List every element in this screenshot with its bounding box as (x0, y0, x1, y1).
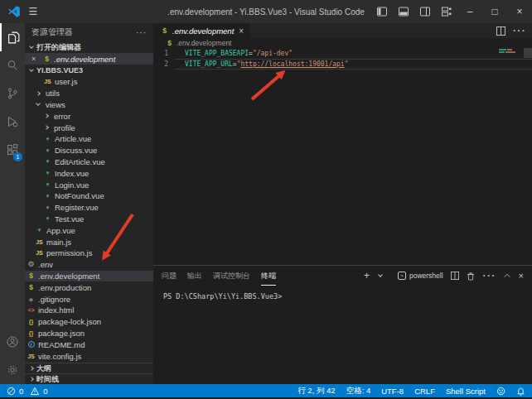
extensions-icon[interactable]: 1 (0, 136, 25, 164)
tree-item-label: App.vue (46, 226, 75, 235)
tree-item-label: permission.js (46, 248, 92, 257)
editor-more-actions-icon[interactable]: ··· (512, 23, 525, 38)
minimize-button[interactable]: – (457, 0, 482, 23)
split-terminal-icon[interactable] (451, 272, 459, 280)
source-control-icon[interactable] (0, 79, 25, 108)
activity-bar: 1 (0, 23, 25, 384)
tree-item-.env[interactable]: ⚙.env (25, 259, 153, 271)
code-line-1[interactable]: 1VITE_APP_BASEAPI="/api-dev" (153, 48, 532, 59)
settings-gear-icon[interactable] (0, 356, 25, 384)
editor-scrollbar[interactable] (524, 48, 532, 58)
tree-item-label: package-lock.json (38, 317, 101, 326)
tab-env-development[interactable]: $ .env.development × (153, 23, 250, 38)
menu-icon[interactable]: ☰ (26, 4, 41, 19)
cursor-position-status[interactable]: 行 2, 列 42 (297, 386, 335, 397)
tree-item-profile[interactable]: profile (25, 122, 153, 133)
js-file-icon: JS (35, 239, 44, 245)
accounts-icon[interactable] (0, 328, 25, 356)
tree-item-error[interactable]: error (25, 110, 153, 122)
explorer-title: 资源管理器 (31, 26, 73, 38)
code-line-2[interactable]: 2VITE_APP_URL="http://localhost:19001/ap… (153, 59, 532, 70)
eol-status[interactable]: CRLF (414, 387, 435, 396)
tree-item-label: README.md (38, 340, 85, 349)
maximize-button[interactable]: □ (482, 0, 507, 23)
explorer-more-actions-icon[interactable]: ··· (136, 28, 147, 37)
chevron-right-icon (36, 91, 41, 96)
tree-item-label: NotFound.vue (55, 191, 104, 200)
tree-item-Login.vue[interactable]: ▼Login.vue (25, 179, 153, 190)
tree-item-.gitignore[interactable]: ◆.gitignore (25, 293, 153, 305)
tree-item-label: utils (46, 89, 60, 98)
tab-bar: $ .env.development × ··· (153, 23, 532, 38)
indentation-status[interactable]: 空格: 4 (346, 386, 371, 397)
tree-item-App.vue[interactable]: ▼App.vue (25, 224, 153, 236)
terminal-instance[interactable]: > powershell (398, 272, 443, 280)
tree-item-Article.vue[interactable]: ▼Article.vue (25, 133, 153, 145)
tree-item-label: .gitignore (38, 295, 70, 304)
language-mode-status[interactable]: Shell Script (446, 387, 486, 396)
toggle-secondary-sidebar-icon[interactable] (414, 0, 436, 23)
close-button[interactable]: × (507, 0, 532, 23)
tree-item-package.json[interactable]: {}package.json (25, 328, 153, 339)
maximize-panel-icon[interactable] (503, 272, 511, 280)
tree-item-Index.vue[interactable]: ▼Index.vue (25, 167, 153, 179)
timeline-section[interactable]: 时间线 (25, 373, 153, 384)
new-terminal-icon[interactable]: + (364, 270, 370, 281)
toggle-primary-sidebar-icon[interactable] (371, 0, 393, 23)
tree-item-label: main.js (46, 238, 71, 247)
kill-terminal-icon[interactable] (467, 272, 475, 281)
tree-item-Test.vue[interactable]: ▼Test.vue (25, 214, 153, 225)
terminal-content[interactable]: PS D:\CSharp\Yi\Yi.BBS.Vue3> (153, 286, 532, 384)
token-link[interactable]: http://localhost:19001/api (240, 60, 344, 68)
tree-item-main.js[interactable]: JSmain.js (25, 236, 153, 248)
tree-item-package-lock.json[interactable]: {}package-lock.json (25, 316, 153, 328)
encoding-status[interactable]: UTF-8 (381, 387, 404, 396)
tree-item-views[interactable]: views (25, 99, 153, 111)
tree-item-EditArticle.vue[interactable]: ▼EditArticle.vue (25, 156, 153, 168)
project-section[interactable]: YI.BBS.VUE3 (25, 65, 153, 76)
tree-item-Discuss.vue[interactable]: ▼Discuss.vue (25, 145, 153, 156)
editor-area: $ .env.development × ··· $ .env.developm… (153, 23, 532, 384)
tree-item-.env.production[interactable]: $.env.production (25, 281, 153, 293)
notifications-bell-icon[interactable] (516, 387, 525, 396)
vue-file-icon: ▼ (35, 228, 44, 233)
close-icon[interactable]: × (31, 55, 40, 63)
open-editors-section[interactable]: 打开的编辑器 (25, 41, 153, 53)
panel-tab-调试控制台[interactable]: 调试控制台 (213, 266, 250, 286)
tree-item-.env.development[interactable]: $.env.development (25, 271, 153, 282)
panel-tab-问题[interactable]: 问题 (162, 266, 177, 286)
explorer-icon[interactable] (0, 23, 25, 51)
vue-file-icon: ▼ (43, 137, 52, 142)
tree-item-utils[interactable]: utils (25, 88, 153, 99)
tab-close-icon[interactable]: × (239, 26, 244, 36)
tree-item-label: .env.production (38, 283, 91, 292)
open-editor-item[interactable]: × $ .env.development (25, 53, 153, 65)
tree-item-Register.vue[interactable]: ▼Register.vue (25, 202, 153, 214)
minimap[interactable] (499, 49, 520, 54)
tree-item-user.js[interactable]: JSuser.js (25, 76, 153, 88)
panel-tab-终端[interactable]: 终端 (261, 266, 276, 286)
toggle-panel-icon[interactable] (393, 0, 414, 23)
panel-tab-输出[interactable]: 输出 (187, 266, 202, 286)
tree-item-NotFound.vue[interactable]: ▼NotFound.vue (25, 190, 153, 202)
problems-status[interactable]: 0 0 (7, 387, 48, 396)
panel-more-actions-icon[interactable]: ··· (482, 268, 496, 283)
feedback-icon[interactable] (496, 387, 505, 396)
code-editor[interactable]: 1VITE_APP_BASEAPI="/api-dev"2VITE_APP_UR… (153, 48, 532, 265)
outline-section[interactable]: 大纲 (25, 363, 153, 373)
search-icon[interactable] (0, 51, 25, 79)
tree-item-README.md[interactable]: iREADME.md (25, 339, 153, 350)
tree-item-vite.config.js[interactable]: JSvite.config.js (25, 350, 153, 362)
tree-item-index.html[interactable]: <>index.html (25, 305, 153, 316)
tree-item-label: vite.config.js (38, 352, 81, 361)
terminal-dropdown-icon[interactable] (378, 272, 383, 277)
customize-layout-icon[interactable] (436, 0, 457, 23)
tree-item-label: profile (54, 123, 75, 132)
tree-item-label: .env.development (38, 272, 99, 281)
chevron-right-icon (29, 377, 34, 382)
tree-item-permission.js[interactable]: JSpermission.js (25, 248, 153, 259)
run-and-debug-icon[interactable] (0, 108, 25, 136)
breadcrumb[interactable]: $ .env.development (153, 38, 532, 48)
split-editor-icon[interactable] (496, 26, 505, 36)
close-panel-icon[interactable]: × (519, 271, 524, 281)
